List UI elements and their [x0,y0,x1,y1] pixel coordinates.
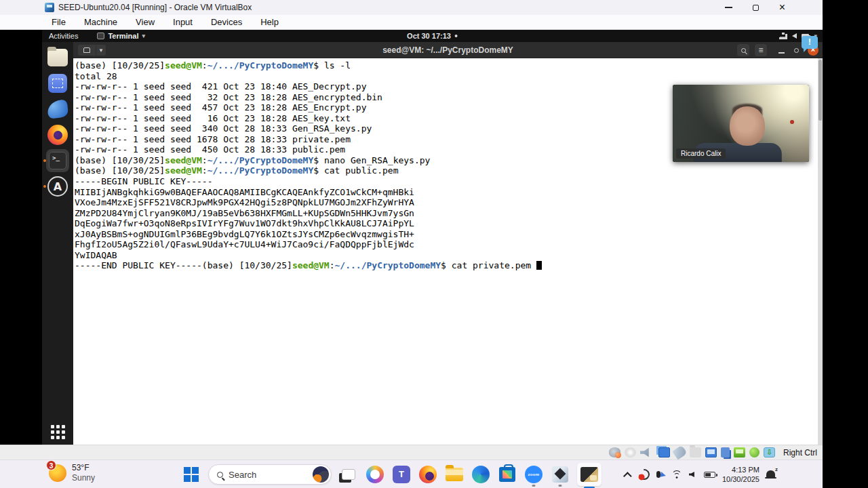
participant-name-label: Ricardo Calix [676,148,726,159]
virtualbox-icon [552,466,568,483]
vbox-menubar: File Machine View Input Devices Help [0,15,823,30]
vm-display: Activities Terminal ▾ Oct 30 17:13 ▾ [0,30,823,445]
red-indicator-dot [790,120,794,124]
host-key-label: Right Ctrl [783,448,817,458]
firefox-button[interactable] [418,465,437,484]
clipboard-icon[interactable] [721,447,730,458]
terminal-mini-icon [97,33,104,39]
file-explorer-button[interactable] [445,465,464,484]
clock-widget[interactable]: 4:13 PM 10/30/2025 [722,465,760,484]
search-box[interactable]: Search [208,464,332,485]
wifi-icon[interactable] [671,470,682,479]
apps-grid-icon [51,425,65,439]
running-indicator [559,485,562,487]
auto-resize-icon[interactable]: ⇩ [764,447,775,458]
screenshot-tool-icon [48,74,67,93]
tray-overflow-chevron-icon[interactable] [623,472,632,481]
microsoft-store-button[interactable] [498,465,517,484]
vm-window-icon [580,467,598,482]
volume-icon[interactable] [689,472,694,477]
system-tray: 4:13 PM 10/30/2025 [626,460,775,488]
windows-taskbar: 3 53°F Sunny Search T zoom [0,460,823,488]
terminal-menu-button[interactable]: ≡ [755,44,767,56]
menu-help[interactable]: Help [260,17,279,27]
hard-disk-icon[interactable] [609,447,620,458]
clock-menu[interactable]: Oct 30 17:13 [407,32,458,40]
search-daily-image [313,466,329,483]
battery-icon[interactable] [704,472,715,478]
dock-item-anaconda[interactable]: A [42,174,73,199]
teams-button[interactable]: T [392,465,411,484]
chevron-down-icon: ▾ [142,33,145,39]
activities-button[interactable]: Activities [49,32,78,40]
audio-icon[interactable] [640,447,652,458]
dock-item-firefox[interactable] [42,122,73,148]
running-indicator [43,185,46,188]
copilot-button[interactable] [366,465,384,484]
wireshark-icon [47,100,69,119]
mouse-integration-icon[interactable] [749,447,760,458]
displays-icon[interactable] [658,447,670,458]
notification-dot-icon [455,35,458,37]
screen-record-icon[interactable] [637,467,652,483]
firefox-icon [419,466,437,483]
virtualbox-logo-icon [45,3,54,12]
terminal-title: seed@VM: ~/.../PyCryptoDomeMY [73,42,823,58]
show-applications-button[interactable] [42,425,73,439]
start-button[interactable] [182,465,201,484]
optical-disk-icon[interactable] [625,447,636,458]
screen: SEED-Ubuntu20.04 [Running] - Oracle VM V… [0,0,868,488]
minimize-button[interactable] [725,7,732,8]
vm-window-button[interactable] [577,463,601,486]
usb-icon[interactable] [672,445,688,460]
letterbox-bar [823,0,868,488]
scrollbar-thumb[interactable] [818,60,822,121]
search-icon [741,48,746,53]
vbox-status-bar: ⇩ Right Ctrl [0,445,823,460]
terminal-titlebar[interactable]: ▼ seed@VM: ~/.../PyCryptoDomeMY ≡ × [73,42,823,58]
window-title: SEED-Ubuntu20.04 [Running] - Oracle VM V… [58,3,252,12]
ubuntu-desktop: Activities Terminal ▾ Oct 30 17:13 ▾ [42,30,823,445]
virtualbox-button[interactable] [551,465,570,484]
volume-icon [792,33,797,39]
network-adapter-icon[interactable] [734,447,745,458]
dock-item-terminal[interactable]: >_ [42,148,73,174]
menu-devices[interactable]: Devices [211,17,242,27]
ubuntu-top-bar: Activities Terminal ▾ Oct 30 17:13 ▾ [42,30,823,42]
terminal-maximize-button[interactable] [790,44,802,56]
dock-item-screenshot[interactable] [42,70,73,96]
edge-icon [472,466,490,483]
anaconda-icon: A [47,176,68,197]
terminal-minimize-button[interactable] [775,44,787,56]
zoom-button[interactable]: zoom [524,465,543,484]
dock-item-files[interactable] [42,45,73,70]
running-indicator [43,159,46,162]
running-indicator [532,485,536,487]
notification-bell-icon[interactable] [766,470,775,479]
notification-badge: 3 [46,460,56,470]
search-placeholder: Search [229,470,307,480]
weather-widget[interactable]: 3 53°F Sunny [49,463,95,483]
task-view-button[interactable] [339,465,358,484]
terminal-icon: >_ [46,149,69,172]
restore-button[interactable] [753,5,759,11]
ubuntu-dock: >_ A [42,42,73,445]
tray-date: 10/30/2025 [722,474,760,484]
menu-file[interactable]: File [52,17,66,27]
search-icon [217,472,223,478]
focused-app-menu[interactable]: Terminal ▾ [97,32,145,40]
file-explorer-icon [446,468,463,481]
microphone-location-icon[interactable] [656,471,660,478]
shared-folder-icon[interactable] [690,447,701,458]
vbox-window-titlebar: SEED-Ubuntu20.04 [Running] - Oracle VM V… [0,0,823,15]
notification-bubble[interactable]: ! [802,36,818,49]
menu-machine[interactable]: Machine [84,17,117,27]
edge-button[interactable] [471,465,490,484]
terminal-scrollbar[interactable] [818,58,823,445]
menu-view[interactable]: View [136,17,155,27]
close-button[interactable]: × [779,2,785,13]
display-icon[interactable] [705,447,717,458]
menu-input[interactable]: Input [173,17,193,27]
dock-item-wireshark[interactable] [42,96,73,122]
terminal-search-button[interactable] [737,44,749,56]
